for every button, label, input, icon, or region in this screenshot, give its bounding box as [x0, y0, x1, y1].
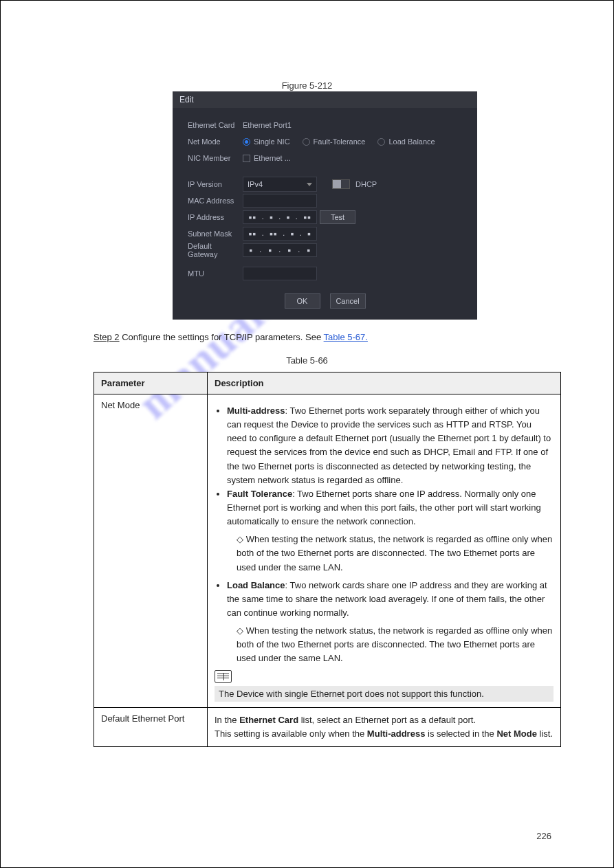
ip-version-value: IPv4: [248, 180, 263, 188]
mtu-input[interactable]: [243, 267, 317, 280]
edit-dialog: Edit Ethernet Card Ethernet Port1 Net Mo…: [173, 91, 477, 320]
param-net-mode: Net Mode: [94, 394, 208, 708]
table-caption: Table 5-66: [1, 355, 613, 366]
test-button[interactable]: Test: [320, 210, 355, 224]
single-nic-radio[interactable]: [243, 138, 250, 146]
ethernet-card-value: Ethernet Port1: [243, 121, 292, 129]
page-number: 226: [536, 831, 551, 841]
mac-address-input[interactable]: [243, 194, 317, 208]
table-row: Net Mode Multi-address: Two Ethernet por…: [94, 394, 561, 708]
dhcp-toggle[interactable]: [332, 179, 350, 189]
default-gateway-label: Default Gateway: [188, 242, 243, 258]
nic-member-checkbox[interactable]: [243, 155, 250, 162]
chevron-down-icon: [307, 183, 312, 186]
table-row: Default Ethernet Port In the Ethernet Ca…: [94, 707, 561, 746]
note-text: The Device with single Ethernet port doe…: [215, 686, 553, 702]
mtu-label: MTU: [188, 269, 243, 278]
figure-caption: Figure 5-212: [1, 80, 613, 91]
ip-address-input[interactable]: ▪▪.▪.▪.▪▪: [243, 210, 317, 224]
ip-version-label: IP Version: [188, 180, 243, 188]
cancel-button[interactable]: Cancel: [330, 293, 366, 309]
default-gateway-input[interactable]: ▪.▪.▪.▪: [243, 243, 317, 257]
step2-prefix: Step 2: [94, 332, 120, 342]
ok-button[interactable]: OK: [285, 293, 320, 309]
table-header-description: Description: [208, 372, 561, 394]
load-balance-radio[interactable]: [377, 138, 385, 146]
mac-address-label: MAC Address: [188, 197, 243, 205]
step2-link[interactable]: Table 5-67.: [324, 332, 368, 342]
ip-address-label: IP Address: [188, 213, 243, 221]
note-icon: [215, 670, 232, 683]
fault-tolerance-label: Fault-Tolerance: [314, 137, 366, 146]
net-mode-label: Net Mode: [188, 137, 243, 146]
dialog-title: Edit: [173, 91, 477, 108]
subnet-mask-label: Subnet Mask: [188, 230, 243, 238]
param-default-ethernet-port: Default Ethernet Port: [94, 707, 208, 746]
fault-tolerance-radio[interactable]: [303, 138, 310, 146]
ethernet-card-label: Ethernet Card: [188, 121, 243, 129]
nic-member-label: NIC Member: [188, 154, 243, 162]
load-balance-label: Load Balance: [388, 137, 435, 146]
subnet-mask-input[interactable]: ▪▪.▪▪.▪.▪: [243, 227, 317, 241]
nic-member-checkbox-label: Ethernet ...: [254, 154, 291, 162]
table-header-parameter: Parameter: [94, 372, 208, 394]
ip-version-select[interactable]: IPv4: [243, 177, 317, 192]
parameters-table: Parameter Description Net Mode Multi-add…: [94, 372, 561, 747]
step2-text: Step 2 Configure the settings for TCP/IP…: [94, 332, 368, 342]
dhcp-label: DHCP: [355, 180, 377, 188]
single-nic-label: Single NIC: [254, 137, 290, 146]
